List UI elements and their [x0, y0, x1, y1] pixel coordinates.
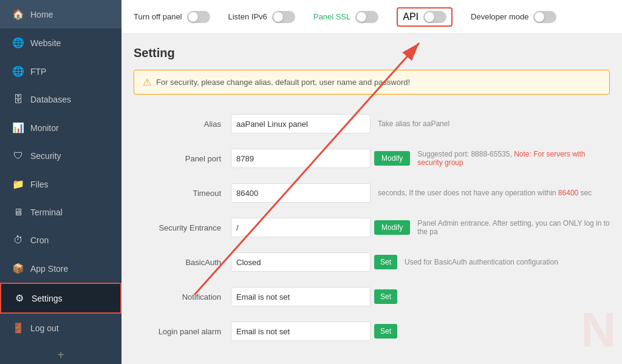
warning-text: For security, please change alias, defau…	[156, 78, 410, 87]
sidebar-item-label: Terminal	[30, 207, 63, 217]
sidebar-item-security[interactable]: 🛡 Security	[0, 142, 121, 170]
panel-ssl-toggle-group: Panel SSL	[313, 11, 378, 23]
turn-off-panel-toggle-group: Turn off panel	[134, 11, 210, 23]
notification-input-area: Set	[231, 287, 397, 306]
security-entrance-input[interactable]	[231, 218, 371, 237]
notification-set-button[interactable]: Set	[374, 289, 397, 304]
sidebar-item-label: App Store	[30, 264, 68, 274]
basicauth-input[interactable]	[231, 252, 371, 272]
website-icon: 🌐	[12, 37, 24, 49]
login-panel-alarm-input-area: Set	[231, 322, 397, 341]
panel-port-label: Panel port	[134, 154, 231, 163]
security-icon: 🛡	[12, 150, 24, 161]
panel-ssl-label: Panel SSL	[313, 12, 350, 21]
sidebar-item-label: Home	[30, 10, 53, 19]
sidebar-item-label: FTP	[30, 67, 46, 76]
appstore-icon: 📦	[12, 263, 24, 274]
sidebar-item-label: Security	[30, 151, 61, 161]
sidebar-item-logout[interactable]: 🚪 Log out	[0, 314, 121, 342]
security-entrance-input-area: Modify	[231, 218, 410, 237]
timeout-label: Timeout	[134, 189, 231, 198]
sidebar-item-ftp[interactable]: 🌐 FTP	[0, 57, 121, 86]
panel-port-input-area: Modify	[231, 149, 410, 168]
sidebar-item-label: Log out	[30, 323, 59, 333]
settings-icon: ⚙	[13, 292, 26, 304]
panel-port-hint: Suggested port: 8888-65535, Note: For se…	[417, 150, 610, 167]
basicauth-input-area: Set	[231, 252, 397, 272]
sidebar-item-website[interactable]: 🌐 Website	[0, 29, 121, 57]
sidebar-item-label: Cron	[30, 235, 49, 245]
main-content: Turn off panel Listen IPv6 Panel SSL API…	[121, 0, 622, 364]
panel-ssl-toggle[interactable]	[355, 11, 378, 23]
panel-port-modify-button[interactable]: Modify	[374, 151, 410, 166]
ftp-icon: 🌐	[12, 66, 24, 77]
login-panel-alarm-set-button[interactable]: Set	[374, 324, 397, 339]
security-entrance-row: Security Entrance Modify Panel Admin ent…	[134, 211, 610, 245]
panel-port-row: Panel port Modify Suggested port: 8888-6…	[134, 141, 610, 176]
sidebar-item-terminal[interactable]: 🖥 Terminal	[0, 198, 121, 226]
sidebar-item-appstore[interactable]: 📦 App Store	[0, 254, 121, 283]
topbar: Turn off panel Listen IPv6 Panel SSL API…	[121, 0, 622, 34]
timeout-row: Timeout seconds, If the user does not ha…	[134, 176, 610, 211]
page-title: Setting	[134, 46, 610, 60]
home-icon: 🏠	[12, 8, 24, 20]
alias-hint: Take alias for aaPanel	[378, 120, 610, 128]
turn-off-panel-toggle[interactable]	[187, 11, 210, 23]
developer-mode-toggle-group: Developer mode	[471, 11, 556, 23]
content-area: Setting ⚠ For security, please change al…	[121, 34, 622, 364]
sidebar-item-label: Settings	[32, 294, 63, 303]
developer-mode-toggle[interactable]	[533, 11, 556, 23]
sidebar-item-monitor[interactable]: 📊 Monitor	[0, 113, 121, 142]
sidebar: 🏠 Home 🌐 Website 🌐 FTP 🗄 Databases 📊 Mon…	[0, 0, 121, 364]
sidebar-item-home[interactable]: 🏠 Home	[0, 0, 121, 29]
sidebar-item-databases[interactable]: 🗄 Databases	[0, 86, 121, 113]
sidebar-item-label: Files	[30, 180, 49, 189]
files-icon: 📁	[12, 178, 24, 190]
alias-input[interactable]	[231, 114, 371, 133]
login-panel-alarm-row: Login panel alarm Set	[134, 314, 610, 349]
sidebar-item-label: Databases	[30, 95, 71, 104]
basicauth-set-button[interactable]: Set	[374, 255, 397, 269]
notification-input[interactable]	[231, 287, 371, 306]
sidebar-item-label: Monitor	[30, 123, 59, 133]
basicauth-hint: Used for BasicAuth authentication config…	[405, 258, 610, 266]
logout-icon: 🚪	[12, 322, 24, 334]
turn-off-panel-label: Turn off panel	[134, 12, 182, 21]
terminal-icon: 🖥	[12, 207, 24, 218]
timeout-hint: seconds, If the user does not have any o…	[378, 189, 610, 197]
listen-ipv6-toggle-group: Listen IPv6	[228, 11, 295, 23]
login-panel-alarm-label: Login panel alarm	[134, 327, 231, 336]
sidebar-item-cron[interactable]: ⏱ Cron	[0, 226, 121, 254]
api-label: API	[403, 12, 419, 22]
timeout-input-area	[231, 183, 371, 203]
alias-input-area	[231, 114, 371, 133]
developer-mode-label: Developer mode	[471, 12, 528, 21]
api-box: API	[397, 7, 453, 27]
alias-row: Alias Take alias for aaPanel	[134, 107, 610, 141]
security-entrance-modify-button[interactable]: Modify	[374, 220, 410, 235]
warning-icon: ⚠	[143, 76, 151, 88]
listen-ipv6-toggle[interactable]	[272, 11, 295, 23]
cron-icon: ⏱	[12, 235, 24, 246]
databases-icon: 🗄	[12, 94, 24, 105]
sidebar-item-files[interactable]: 📁 Files	[0, 170, 121, 198]
monitor-icon: 📊	[12, 122, 24, 133]
login-panel-alarm-input[interactable]	[231, 322, 371, 341]
sidebar-item-settings[interactable]: ⚙ Settings	[0, 283, 121, 314]
warning-box: ⚠ For security, please change alias, def…	[134, 70, 610, 95]
alias-label: Alias	[134, 120, 231, 129]
api-toggle[interactable]	[423, 11, 446, 23]
panel-port-input[interactable]	[231, 149, 371, 168]
listen-ipv6-label: Listen IPv6	[228, 12, 267, 21]
notification-label: Notification	[134, 292, 231, 302]
sidebar-item-label: Website	[30, 38, 61, 48]
add-button[interactable]: +	[0, 342, 121, 364]
basicauth-row: BasicAuth Set Used for BasicAuth authent…	[134, 245, 610, 280]
setting-rows: Alias Take alias for aaPanel Panel port …	[134, 107, 610, 349]
timeout-input[interactable]	[231, 183, 371, 203]
security-entrance-hint: Panel Admin entrance. After setting, you…	[417, 219, 610, 236]
security-entrance-label: Security Entrance	[134, 223, 231, 232]
basicauth-label: BasicAuth	[134, 258, 231, 267]
notification-row: Notification Set	[134, 280, 610, 314]
